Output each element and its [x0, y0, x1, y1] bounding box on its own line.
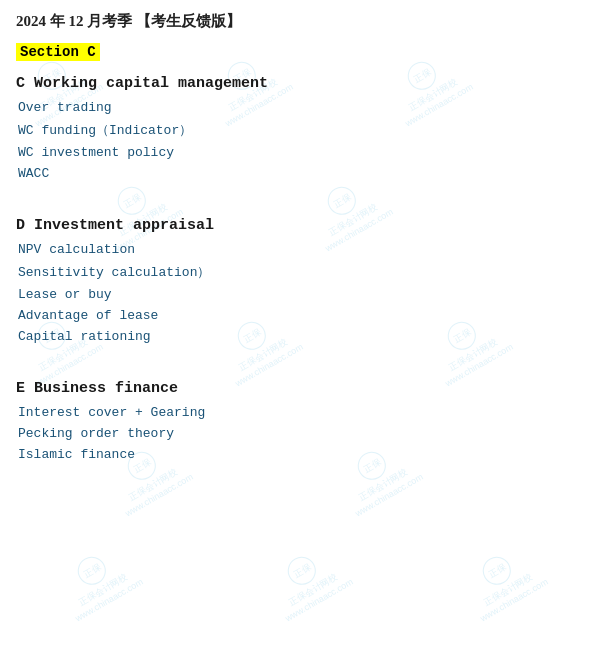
topic-item: Sensitivity calculation）	[16, 263, 579, 281]
section-d-heading: D Investment appraisal	[16, 217, 579, 234]
main-content: 2024 年 12 月考季 【考生反馈版】 Section C C Workin…	[0, 0, 595, 494]
watermark: 正保 正保会计网校 www.chinaacc.com	[262, 539, 355, 623]
topic-item: WACC	[16, 166, 579, 181]
topic-item: Islamic finance	[16, 447, 579, 462]
topic-item: Lease or buy	[16, 287, 579, 302]
topic-item: NPV calculation	[16, 242, 579, 257]
page-title: 2024 年 12 月考季 【考生反馈版】	[16, 12, 579, 31]
section-e-heading: E Business finance	[16, 380, 579, 397]
section-c-badge: Section C	[16, 43, 100, 61]
section-e-block: E Business finance Interest cover + Gear…	[16, 380, 579, 462]
section-c-heading: C Working capital management	[16, 75, 579, 92]
topic-item: Interest cover + Gearing	[16, 405, 579, 420]
topic-item: WC investment policy	[16, 145, 579, 160]
section-d-block: D Investment appraisal NPV calculation S…	[16, 217, 579, 344]
topic-item: Capital rationing	[16, 329, 579, 344]
topic-item: Advantage of lease	[16, 308, 579, 323]
topic-item: WC funding（Indicator）	[16, 121, 579, 139]
watermark: 正保 正保会计网校 www.chinaacc.com	[457, 539, 550, 623]
topic-item: Pecking order theory	[16, 426, 579, 441]
section-c-block: C Working capital management Over tradin…	[16, 75, 579, 181]
watermark: 正保 正保会计网校 www.chinaacc.com	[52, 539, 145, 623]
topic-item: Over trading	[16, 100, 579, 115]
